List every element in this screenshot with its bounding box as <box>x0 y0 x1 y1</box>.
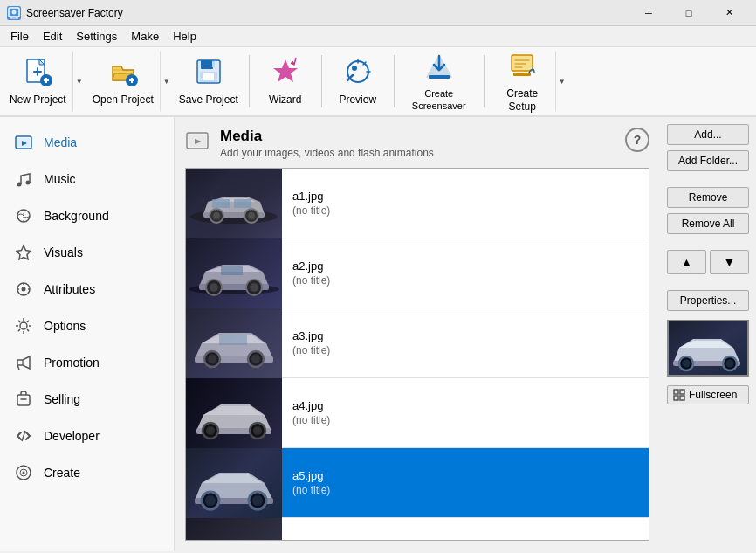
create-screensaver-label: Create Screensaver <box>404 88 474 111</box>
svg-point-21 <box>20 322 27 329</box>
sidebar-item-media[interactable]: Media <box>0 124 174 161</box>
menu-help[interactable]: Help <box>166 28 203 45</box>
open-project-group: Open Project ▼ <box>86 51 172 112</box>
svg-point-20 <box>22 287 26 292</box>
create-setup-button[interactable]: Create Setup <box>490 51 555 112</box>
svg-point-34 <box>248 212 255 219</box>
help-button[interactable]: ? <box>625 128 649 152</box>
sidebar-media-label: Media <box>44 135 77 149</box>
thumb-image <box>186 308 282 378</box>
content-subtitle: Add your images, videos and flash animat… <box>220 147 434 159</box>
file-name: a3.jpg <box>292 329 631 342</box>
close-button[interactable]: ✕ <box>709 0 749 26</box>
content-area: Media Add your images, videos and flash … <box>175 117 660 551</box>
list-item[interactable]: a3.jpg (no title) <box>186 308 649 378</box>
file-subtitle: (no title) <box>292 414 631 426</box>
new-project-button[interactable]: New Project <box>3 51 72 112</box>
new-project-label: New Project <box>10 93 66 106</box>
thumb-image <box>186 238 282 308</box>
wizard-button[interactable]: Wizard <box>255 51 316 112</box>
menu-edit[interactable]: Edit <box>36 28 69 45</box>
file-thumbnail <box>186 378 282 448</box>
open-project-arrow: ▼ <box>163 78 170 86</box>
menu-settings[interactable]: Settings <box>69 28 124 45</box>
save-project-button[interactable]: Save Project <box>174 51 244 112</box>
fullscreen-label: Fullscreen <box>689 389 737 401</box>
add-button[interactable]: Add... <box>667 124 749 145</box>
create-icon <box>14 463 33 482</box>
sidebar-attributes-label: Attributes <box>44 282 95 296</box>
list-item[interactable]: a2.jpg (no title) <box>186 238 649 308</box>
maximize-button[interactable]: □ <box>669 0 709 26</box>
sidebar-item-attributes[interactable]: Attributes <box>0 271 174 308</box>
file-name: a5.jpg <box>292 469 631 482</box>
svg-rect-76 <box>680 390 684 394</box>
create-setup-dropdown[interactable]: ▼ <box>555 51 567 112</box>
menu-make[interactable]: Make <box>124 28 166 45</box>
sidebar-music-label: Music <box>44 172 76 186</box>
file-info: a3.jpg (no title) <box>282 322 642 363</box>
sidebar-background-label: Background <box>44 209 109 223</box>
svg-rect-14 <box>513 73 531 76</box>
music-icon <box>14 169 33 189</box>
list-item[interactable]: a6.jpg (no title) <box>186 518 649 541</box>
create-setup-icon <box>506 50 538 84</box>
svg-point-18 <box>26 181 31 185</box>
wizard-icon <box>270 56 301 90</box>
svg-rect-6 <box>201 60 213 69</box>
options-icon <box>14 316 33 335</box>
minimize-button[interactable]: ─ <box>629 0 669 26</box>
sidebar-item-create[interactable]: Create <box>0 454 174 491</box>
open-project-button[interactable]: Open Project <box>86 51 160 112</box>
file-info: a1.jpg (no title) <box>282 183 642 224</box>
properties-button[interactable]: Properties... <box>667 290 749 311</box>
sidebar-item-visuals[interactable]: Visuals <box>0 234 174 271</box>
panel-separator-3 <box>667 280 749 285</box>
remove-all-button[interactable]: Remove All <box>667 213 749 234</box>
svg-point-74 <box>726 360 734 368</box>
attributes-icon <box>14 280 33 299</box>
file-thumbnail <box>186 308 282 378</box>
svg-rect-13 <box>512 55 533 71</box>
remove-button[interactable]: Remove <box>667 187 749 208</box>
svg-rect-12 <box>429 75 450 79</box>
sidebar-item-promotion[interactable]: Promotion <box>0 344 174 381</box>
toolbar-separator-3 <box>394 55 395 107</box>
sidebar-item-background[interactable]: Background <box>0 197 174 234</box>
svg-point-41 <box>210 283 218 292</box>
create-screensaver-button[interactable]: Create Screensaver <box>400 51 478 112</box>
file-name: a1.jpg <box>292 190 631 203</box>
content-header-icon <box>185 129 210 156</box>
preview-icon <box>342 56 374 90</box>
new-project-group: New Project ▼ <box>3 51 85 112</box>
list-item[interactable]: a4.jpg (no title) <box>186 378 649 448</box>
file-thumbnail <box>186 448 282 518</box>
file-info: a6.jpg (no title) <box>282 532 642 541</box>
preview-thumbnail <box>667 320 749 377</box>
svg-point-25 <box>23 472 25 474</box>
fullscreen-icon <box>673 389 685 401</box>
sidebar-item-options[interactable]: Options <box>0 308 174 344</box>
file-name: a6.jpg <box>292 539 631 541</box>
fullscreen-button[interactable]: Fullscreen <box>667 385 749 404</box>
new-project-dropdown[interactable]: ▼ <box>72 51 85 112</box>
file-thumbnail <box>186 518 282 542</box>
titlebar-left: Screensaver Factory <box>7 6 123 20</box>
menu-file[interactable]: File <box>3 28 36 45</box>
svg-point-54 <box>206 426 215 435</box>
open-project-dropdown[interactable]: ▼ <box>160 51 172 112</box>
move-down-button[interactable]: ▼ <box>710 250 749 274</box>
sidebar-item-developer[interactable]: Developer <box>0 418 174 454</box>
content-header: Media Add your images, videos and flash … <box>185 128 649 159</box>
list-item[interactable]: a1.jpg (no title) <box>186 169 649 238</box>
list-item[interactable]: a5.jpg (no title) <box>186 448 649 518</box>
toolbar-separator-4 <box>484 55 485 107</box>
add-folder-button[interactable]: Add Folder... <box>667 150 749 171</box>
svg-point-32 <box>213 212 220 219</box>
sidebar-item-selling[interactable]: Selling <box>0 381 174 418</box>
move-up-button[interactable]: ▲ <box>667 250 706 274</box>
menubar: File Edit Settings Make Help <box>0 26 756 47</box>
preview-button[interactable]: Preview <box>327 51 388 112</box>
right-panel: Add... Add Folder... Remove Remove All ▲… <box>660 117 756 551</box>
sidebar-item-music[interactable]: Music <box>0 161 174 197</box>
